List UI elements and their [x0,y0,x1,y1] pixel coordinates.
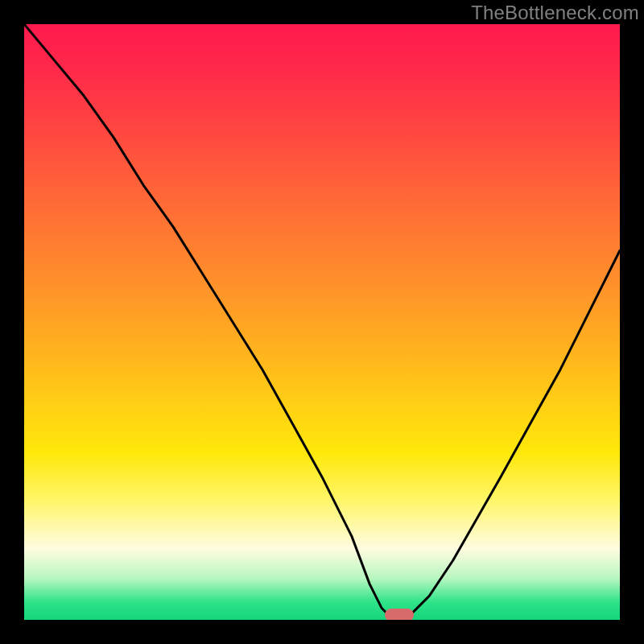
optimal-region-marker [385,609,414,620]
chart-frame: TheBottleneck.com [0,0,644,644]
plot-area [24,24,620,620]
watermark-text: TheBottleneck.com [471,2,639,24]
bottleneck-curve [24,24,620,620]
